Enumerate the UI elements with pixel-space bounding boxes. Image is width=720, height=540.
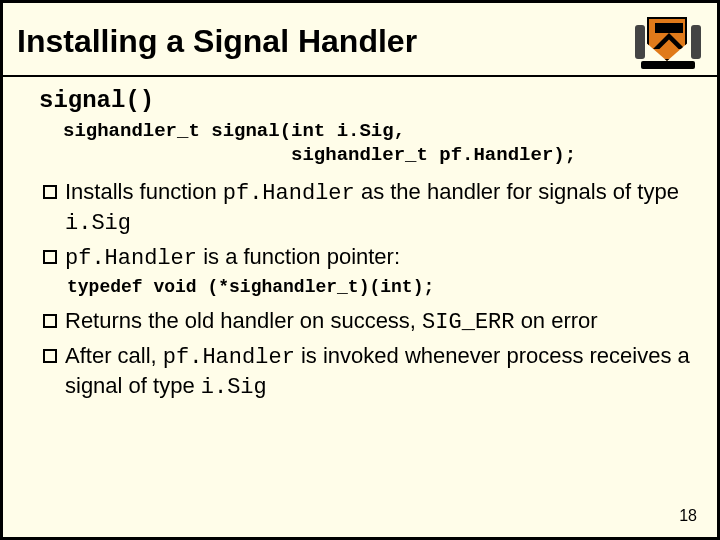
decl-line-2: sighandler_t pf.Handler);	[63, 144, 576, 166]
bullet-text: pf.Handler is a function pointer:	[65, 243, 400, 274]
square-bullet-icon	[43, 185, 57, 199]
page-number: 18	[679, 507, 697, 525]
title-row: Installing a Signal Handler	[3, 3, 717, 75]
square-bullet-icon	[43, 250, 57, 264]
code-run: pf.Handler	[65, 246, 197, 271]
text-run: as the handler for signals of type	[355, 179, 679, 204]
list-item: Installs function pf.Handler as the hand…	[43, 178, 703, 239]
code-run: SIG_ERR	[422, 310, 514, 335]
text-run: is a function pointer:	[197, 244, 400, 269]
text-run: After call,	[65, 343, 163, 368]
bullet-text: Returns the old handler on success, SIG_…	[65, 307, 598, 338]
list-item: After call, pf.Handler is invoked whenev…	[43, 342, 703, 403]
typedef-line: typedef void (*sighandler_t)(int);	[67, 277, 703, 297]
function-name: signal()	[39, 87, 703, 114]
bullet-text: After call, pf.Handler is invoked whenev…	[65, 342, 703, 403]
bullet-list: Installs function pf.Handler as the hand…	[43, 178, 703, 274]
square-bullet-icon	[43, 314, 57, 328]
text-run: on error	[515, 308, 598, 333]
text-run: Installs function	[65, 179, 223, 204]
function-declaration: sighandler_t signal(int i.Sig, sighandle…	[63, 120, 703, 168]
bullet-list: Returns the old handler on success, SIG_…	[43, 307, 703, 403]
square-bullet-icon	[43, 349, 57, 363]
list-item: pf.Handler is a function pointer:	[43, 243, 703, 274]
code-run: i.Sig	[65, 211, 131, 236]
text-run: Returns the old handler on success,	[65, 308, 422, 333]
slide: Installing a Signal Handler signal() sig…	[0, 0, 720, 540]
slide-body: signal() sighandler_t signal(int i.Sig, …	[3, 77, 717, 417]
decl-line-1: sighandler_t signal(int i.Sig,	[63, 120, 405, 142]
shield-icon	[633, 13, 703, 69]
list-item: Returns the old handler on success, SIG_…	[43, 307, 703, 338]
code-run: pf.Handler	[223, 181, 355, 206]
slide-title: Installing a Signal Handler	[17, 23, 417, 60]
bullet-text: Installs function pf.Handler as the hand…	[65, 178, 703, 239]
code-run: i.Sig	[201, 375, 267, 400]
code-run: pf.Handler	[163, 345, 295, 370]
